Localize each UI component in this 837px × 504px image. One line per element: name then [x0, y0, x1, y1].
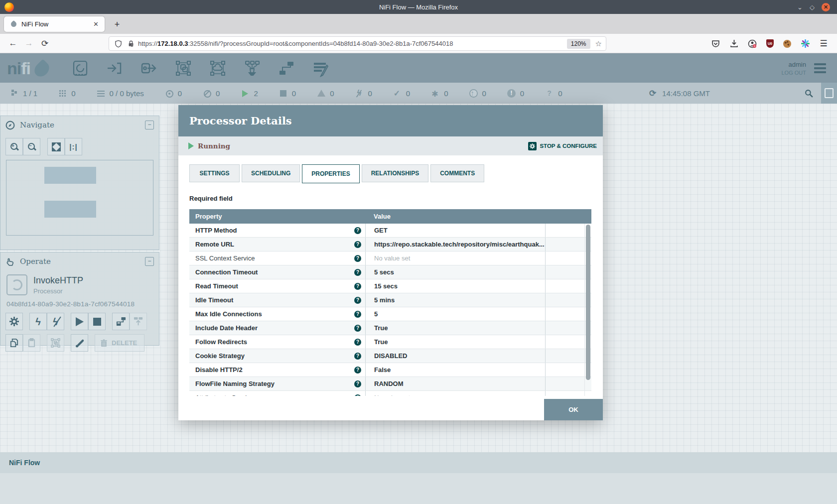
scrollbar-thumb[interactable] [586, 225, 590, 380]
bookmark-star-icon[interactable]: ☆ [595, 39, 602, 48]
new-tab-button[interactable]: + [111, 18, 124, 31]
status-item-up-to-date: 0 [393, 89, 410, 98]
input-port-icon[interactable] [104, 58, 126, 79]
search-icon[interactable] [805, 89, 813, 98]
lock-warning-icon[interactable] [128, 40, 136, 48]
help-icon[interactable]: ? [354, 325, 361, 332]
table-scrollbar[interactable] [584, 224, 591, 396]
property-row: Max Idle Connections?5 [189, 307, 591, 321]
window-titlebar: NiFi Flow — Mozilla Firefox ⌄ ◇ ✕ [0, 0, 837, 14]
copy-button[interactable] [5, 334, 23, 352]
process-group-icon[interactable] [172, 58, 194, 79]
help-icon[interactable]: ? [354, 269, 361, 276]
browser-tab-strip: NiFi Flow ✕ + [0, 14, 837, 34]
enable-lightning-button[interactable]: ϟ [29, 313, 47, 330]
property-row: Cookie Strategy?DISABLED [189, 349, 591, 363]
remote-process-group-icon[interactable] [207, 58, 229, 79]
logout-link[interactable]: LOG OUT [781, 70, 806, 76]
tab-scheduling[interactable]: SCHEDULING [242, 164, 300, 182]
reload-button[interactable]: ⟳ [37, 38, 53, 49]
dialog-header: Processor Details [178, 105, 603, 136]
ok-button[interactable]: OK [544, 399, 603, 420]
template-icon[interactable] [276, 58, 297, 79]
help-icon[interactable]: ? [354, 380, 361, 387]
zoom-actual-button[interactable]: |:| [65, 138, 82, 155]
stop-configure-gear-icon [528, 142, 537, 150]
zoom-level-badge[interactable]: 120% [567, 39, 590, 49]
global-menu-icon[interactable] [814, 61, 826, 75]
tab-relationships[interactable]: RELATIONSHIPS [362, 164, 428, 182]
window-minimize-icon[interactable]: ⌄ [797, 4, 803, 10]
help-icon[interactable]: ? [354, 241, 361, 248]
nifi-breadcrumb-bar: NiFi Flow [0, 452, 837, 473]
selected-component-id[interactable]: 04b8fd14-80a9-30e2-8b1a-7cf067544018 [0, 295, 159, 309]
status-item-stopped: 0 [279, 89, 296, 98]
funnel-icon[interactable] [241, 58, 263, 79]
status-item-cluster: 1 / 1 [10, 89, 37, 98]
lms-icon [507, 89, 516, 98]
url-text[interactable]: https://172.18.0.3:32558/nifi/?processGr… [138, 40, 567, 47]
nifi-drop-icon [31, 59, 52, 79]
shield-icon[interactable] [115, 40, 123, 48]
navigate-panel-title: Navigate [20, 121, 54, 129]
delete-button: DELETE [95, 334, 144, 352]
output-port-icon[interactable] [138, 58, 160, 79]
extension-star-icon[interactable] [801, 39, 810, 48]
start-play-button[interactable] [71, 313, 88, 330]
help-icon[interactable]: ? [354, 255, 361, 262]
zoom-fit-button[interactable] [47, 138, 65, 155]
up-to-date-icon [393, 89, 402, 98]
ublock-icon[interactable]: U0 [766, 39, 774, 48]
status-item-not-transmitting: 0 [203, 89, 220, 98]
forward-button: → [21, 38, 37, 48]
url-bar[interactable]: https://172.18.0.3:32558/nifi/?processGr… [109, 36, 606, 51]
browser-tab[interactable]: NiFi Flow ✕ [4, 16, 105, 32]
help-icon[interactable]: ? [354, 283, 361, 290]
locally-modified-icon [431, 89, 439, 98]
status-item-transmitting: 0 [165, 89, 182, 98]
breadcrumb[interactable]: NiFi Flow [9, 459, 40, 467]
stop-square-button[interactable] [88, 313, 106, 330]
zoom-out-button[interactable]: − [23, 138, 40, 155]
status-item-stale: 0 [469, 89, 486, 98]
processor-icon[interactable] [69, 58, 91, 79]
hand-icon [5, 257, 15, 266]
disable-lightning-button[interactable]: ϟ [47, 313, 64, 330]
help-icon[interactable]: ? [354, 311, 361, 318]
help-icon[interactable]: ? [354, 394, 361, 396]
help-icon[interactable]: ? [354, 339, 361, 346]
birdseye-minimap[interactable] [6, 160, 153, 236]
help-icon[interactable]: ? [354, 353, 361, 360]
help-icon[interactable]: ? [354, 227, 361, 234]
operate-collapse-button[interactable]: − [145, 257, 154, 266]
nifi-status-bar: 1 / 100 / 0 bytes00200000000 14:45:08 GM… [0, 83, 837, 104]
tab-close-icon[interactable]: ✕ [91, 19, 101, 29]
selected-component-name: InvokeHTTP [33, 275, 83, 286]
bulletin-panel-toggle[interactable] [821, 83, 837, 104]
properties-table: Property Value HTTP Method?GETRemote URL… [189, 209, 591, 396]
stop-and-configure-button[interactable]: STOP & CONFIGURE [528, 142, 597, 150]
window-close-icon[interactable]: ✕ [822, 3, 830, 11]
navigate-collapse-button[interactable]: − [145, 121, 154, 129]
value-column-header: Value [365, 213, 591, 220]
pocket-icon[interactable] [711, 39, 720, 48]
help-icon[interactable]: ? [354, 367, 361, 374]
tab-properties[interactable]: PROPERTIES [302, 164, 359, 183]
operate-panel: Operate − InvokeHTTP Processor 04b8fd14-… [0, 252, 159, 346]
download-icon[interactable] [729, 39, 738, 48]
label-icon[interactable] [310, 58, 332, 79]
configure-gear-button[interactable] [5, 313, 23, 330]
tab-comments[interactable]: COMMENTS [430, 164, 484, 182]
back-button[interactable]: ← [5, 38, 21, 48]
current-user: admin [781, 61, 806, 68]
refresh-icon[interactable] [649, 89, 658, 98]
save-template-button[interactable] [112, 313, 130, 330]
zoom-in-button[interactable]: + [5, 138, 23, 155]
fill-color-brush-button[interactable] [71, 334, 88, 352]
cookie-icon[interactable] [783, 40, 791, 48]
menu-icon[interactable]: ☰ [819, 39, 828, 48]
account-icon[interactable] [748, 39, 757, 48]
help-icon[interactable]: ? [354, 297, 361, 304]
tab-settings[interactable]: SETTINGS [189, 164, 240, 182]
window-maximize-icon[interactable]: ◇ [810, 4, 815, 10]
